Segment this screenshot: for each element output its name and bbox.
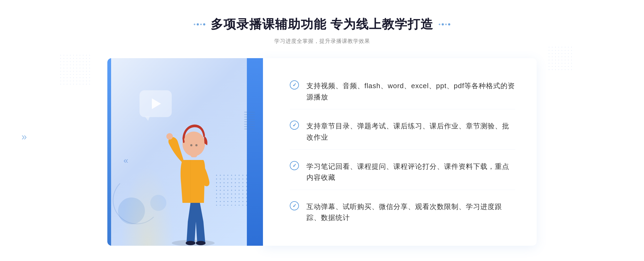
content-panel: ✓ 支持视频、音频、flash、word、excel、ppt、pdf等各种格式的… bbox=[263, 58, 537, 246]
illustration-area: « bbox=[107, 58, 263, 246]
header-section: 多项录播课辅助功能 专为线上教学打造 学习进度全掌握，提升录播课教学效果 bbox=[194, 16, 451, 45]
feature-text-2: 支持章节目录、弹题考试、课后练习、课后作业、章节测验、批改作业 bbox=[306, 121, 515, 143]
feature-text-3: 学习笔记回看、课程提问、课程评论打分、课件资料下载，重点内容收藏 bbox=[306, 161, 515, 183]
feature-text-4: 互动弹幕、试听购买、微信分享、观看次数限制、学习进度跟踪、数据统计 bbox=[306, 201, 515, 223]
arrow-decoration-left: » bbox=[21, 131, 27, 143]
feature-item-3: ✓ 学习笔记回看、课程提问、课程评论打分、课件资料下载，重点内容收藏 bbox=[290, 155, 515, 190]
check-icon-3: ✓ bbox=[290, 161, 299, 170]
dot-2 bbox=[197, 23, 199, 25]
dot-3 bbox=[200, 24, 202, 25]
dots-decoration-right bbox=[547, 46, 574, 72]
stripe-5 bbox=[244, 121, 255, 122]
chevron-icon: « bbox=[123, 155, 128, 165]
main-content: « bbox=[107, 58, 537, 246]
dots-decoration-left bbox=[59, 54, 91, 86]
stripe-6 bbox=[244, 124, 255, 125]
stripe-7 bbox=[244, 126, 255, 127]
svg-point-7 bbox=[166, 133, 173, 140]
svg-point-1 bbox=[186, 241, 195, 245]
stripe-3 bbox=[244, 117, 255, 117]
page-title: 多项录播课辅助功能 专为线上教学打造 bbox=[194, 16, 451, 33]
dot-7 bbox=[445, 24, 447, 25]
dot-1 bbox=[194, 24, 195, 25]
svg-point-2 bbox=[196, 241, 206, 245]
stripe-8 bbox=[244, 129, 255, 129]
feature-item-2: ✓ 支持章节目录、弹题考试、课后练习、课后作业、章节测验、批改作业 bbox=[290, 114, 515, 150]
title-dots-right bbox=[439, 23, 450, 25]
feature-text-1: 支持视频、音频、flash、word、excel、ppt、pdf等各种格式的资源… bbox=[306, 80, 515, 103]
svg-point-5 bbox=[190, 144, 192, 146]
person-illustration bbox=[153, 106, 233, 246]
title-dots-left bbox=[194, 23, 205, 25]
stripe-1 bbox=[244, 112, 255, 113]
check-mark-1: ✓ bbox=[292, 83, 297, 87]
dot-6 bbox=[442, 23, 444, 25]
dot-5 bbox=[439, 24, 440, 25]
title-text: 多项录播课辅助功能 专为线上教学打造 bbox=[211, 16, 434, 33]
blue-accent-bar bbox=[247, 58, 263, 246]
check-icon-2: ✓ bbox=[290, 121, 299, 130]
dot-8 bbox=[448, 23, 450, 25]
stripe-2 bbox=[244, 114, 255, 115]
feature-item-4: ✓ 互动弹幕、试听购买、微信分享、观看次数限制、学习进度跟踪、数据统计 bbox=[290, 195, 515, 230]
check-mark-2: ✓ bbox=[292, 123, 297, 128]
svg-point-6 bbox=[195, 144, 197, 146]
vertical-bar bbox=[107, 58, 111, 246]
svg-point-4 bbox=[182, 132, 205, 156]
check-icon-1: ✓ bbox=[290, 80, 299, 90]
stripe-decoration bbox=[244, 112, 255, 144]
check-mark-3: ✓ bbox=[292, 163, 297, 168]
check-icon-4: ✓ bbox=[290, 201, 299, 210]
subtitle-text: 学习进度全掌握，提升录播课教学效果 bbox=[194, 38, 451, 45]
check-mark-4: ✓ bbox=[292, 203, 297, 208]
dot-4 bbox=[203, 23, 205, 25]
stripe-4 bbox=[244, 119, 255, 120]
feature-item-1: ✓ 支持视频、音频、flash、word、excel、ppt、pdf等各种格式的… bbox=[290, 74, 515, 109]
page-wrapper: » 多项录播课辅助功能 专为线上教学打造 学习进度全掌握，提升录播课教学效果 bbox=[0, 0, 644, 261]
